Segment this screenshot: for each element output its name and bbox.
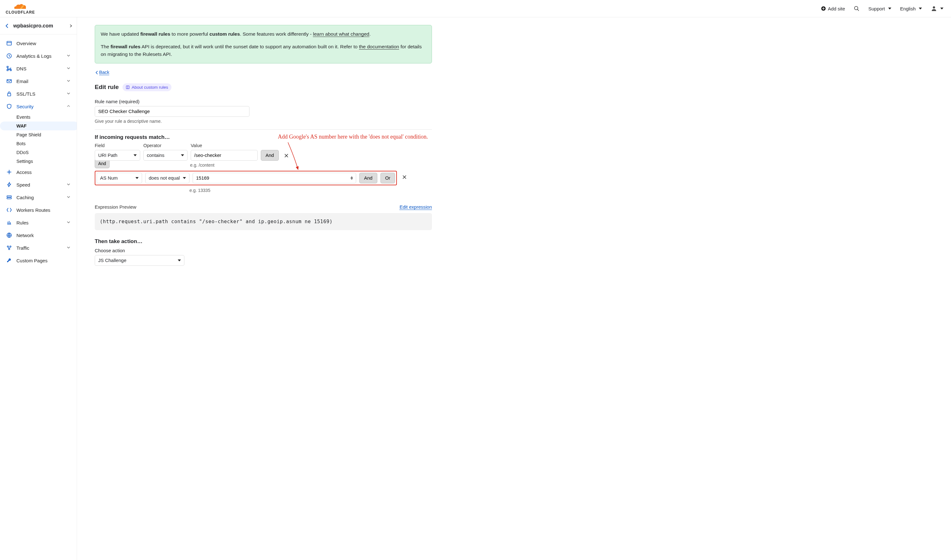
caret-down-icon	[134, 154, 137, 156]
and-button-2[interactable]: And	[359, 173, 377, 183]
chevron-down-icon	[67, 78, 71, 84]
caching-icon	[6, 194, 12, 200]
topbar: CLOUDFLARE Add site Support English	[0, 0, 951, 17]
nav-label: Security	[17, 104, 62, 109]
shield-icon	[6, 103, 12, 109]
bolt-icon	[6, 182, 12, 188]
nav-access[interactable]: Access	[0, 166, 77, 178]
page-title-row: Edit rule About custom rules	[95, 83, 432, 91]
site-selector[interactable]: wpbasicpro.com	[0, 17, 77, 34]
lock-icon	[6, 91, 12, 97]
nav-label: Traffic	[17, 245, 62, 251]
nav-network[interactable]: Network	[0, 229, 77, 242]
nav-label: Email	[17, 78, 62, 84]
dns-icon	[6, 66, 12, 71]
about-rules-badge[interactable]: About custom rules	[123, 83, 171, 91]
back-link[interactable]: Back	[95, 70, 109, 75]
nav-waf[interactable]: WAF	[0, 122, 77, 130]
search-button[interactable]	[854, 6, 859, 11]
nav-label: Speed	[17, 182, 62, 188]
nav-rules[interactable]: Rules	[0, 216, 77, 229]
caret-down-icon	[888, 8, 891, 9]
chevron-down-icon	[67, 91, 71, 96]
operator-select-1[interactable]: contains	[143, 150, 188, 161]
nav-analytics[interactable]: Analytics & Logs	[0, 49, 77, 62]
nav-workers[interactable]: Workers Routes	[0, 204, 77, 216]
nav-label: Workers Routes	[17, 208, 71, 213]
svg-rect-7	[7, 66, 8, 68]
nav-traffic[interactable]: Traffic	[0, 242, 77, 254]
divider	[95, 129, 432, 130]
rule-name-hint: Give your rule a descriptive name.	[95, 119, 432, 124]
nav-label: SSL/TLS	[17, 91, 62, 97]
nav-security[interactable]: Security	[0, 100, 77, 113]
remove-condition-2[interactable]	[400, 173, 409, 181]
overview-icon	[6, 40, 12, 46]
learn-changes-link[interactable]: learn about what changed	[313, 31, 369, 37]
chevron-down-icon	[67, 195, 71, 200]
add-site-button[interactable]: Add site	[821, 6, 845, 11]
caret-down-icon	[183, 177, 186, 179]
back-arrow-icon	[5, 23, 10, 29]
language-label: English	[900, 6, 916, 11]
badge-label: About custom rules	[132, 85, 168, 90]
nav-label: Caching	[17, 195, 62, 200]
caret-down-icon	[940, 8, 943, 9]
rule-name-input[interactable]	[95, 106, 249, 117]
nav-ssl[interactable]: SSL/TLS	[0, 88, 77, 100]
nav-dns[interactable]: DNS	[0, 62, 77, 75]
rule-name-label: Rule name (required)	[95, 99, 432, 104]
nav-speed[interactable]: Speed	[0, 178, 77, 191]
nav-ddos[interactable]: DDoS	[17, 148, 77, 157]
support-dropdown[interactable]: Support	[868, 6, 891, 11]
account-menu[interactable]	[931, 5, 943, 12]
svg-rect-13	[7, 196, 11, 197]
brand-logo[interactable]: CLOUDFLARE	[6, 3, 35, 14]
action-select[interactable]: JS Challenge	[95, 255, 185, 266]
nav-security-sub: Events WAF Page Shield Bots DDoS Setting…	[0, 113, 77, 166]
col-field-label: Field	[95, 143, 140, 148]
chevron-down-icon	[67, 220, 71, 225]
and-button-1[interactable]: And	[261, 150, 279, 161]
action-heading: Then take action…	[95, 238, 432, 245]
site-name: wpbasicpro.com	[13, 23, 66, 29]
nav-email[interactable]: Email	[0, 75, 77, 88]
svg-point-3	[933, 6, 935, 9]
nav-settings[interactable]: Settings	[17, 157, 77, 166]
nav-label: Rules	[17, 220, 62, 225]
field-select-1[interactable]: URI Path	[95, 150, 140, 161]
col-value-label: Value	[191, 143, 258, 148]
field-select-2[interactable]: AS Num	[97, 173, 142, 183]
nav-page-shield[interactable]: Page Shield	[17, 130, 77, 139]
x-icon	[402, 175, 407, 180]
nav-caching[interactable]: Caching	[0, 191, 77, 204]
clock-icon	[6, 53, 12, 59]
svg-line-2	[857, 9, 859, 11]
or-button-2[interactable]: Or	[380, 173, 395, 183]
condition-row-2: AS Num does not equal And	[97, 173, 395, 183]
sidebar-nav: Overview Analytics & Logs DNS Email	[0, 34, 77, 267]
language-dropdown[interactable]: English	[900, 6, 922, 11]
nav-bots[interactable]: Bots	[17, 139, 77, 148]
svg-point-16	[7, 246, 9, 247]
remove-condition-1[interactable]	[282, 152, 291, 159]
number-stepper[interactable]	[351, 176, 354, 180]
value-input-1[interactable]	[191, 150, 258, 161]
operator-select-2[interactable]: does not equal	[145, 173, 189, 183]
documentation-link[interactable]: the documentation	[359, 44, 399, 49]
svg-rect-14	[7, 198, 11, 199]
nav-overview[interactable]: Overview	[0, 37, 77, 49]
caret-down-icon	[181, 154, 184, 156]
access-icon	[6, 169, 12, 175]
chevron-up-icon	[67, 104, 71, 109]
traffic-icon	[6, 245, 12, 251]
nav-events[interactable]: Events	[17, 113, 77, 122]
caret-down-icon	[919, 8, 922, 9]
wrench-icon	[6, 258, 12, 263]
svg-point-12	[9, 171, 10, 173]
nav-custom-pages[interactable]: Custom Pages	[0, 254, 77, 267]
value-input-2[interactable]	[192, 173, 356, 183]
plus-circle-icon	[821, 6, 826, 11]
edit-expression-link[interactable]: Edit expression	[399, 204, 432, 210]
chevron-down-icon	[67, 245, 71, 250]
